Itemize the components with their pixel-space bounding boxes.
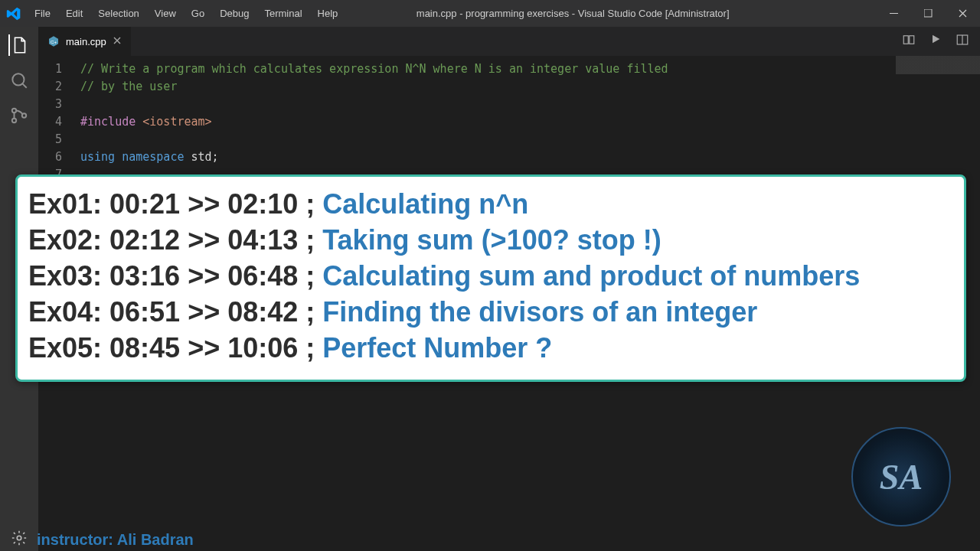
minimize-button[interactable] <box>877 0 911 27</box>
svg-point-10 <box>17 536 21 540</box>
menu-help[interactable]: Help <box>310 3 346 24</box>
menu-view[interactable]: View <box>147 3 184 24</box>
menu-go[interactable]: Go <box>184 3 212 24</box>
svg-text:C+: C+ <box>51 40 57 44</box>
menu-selection[interactable]: Selection <box>90 3 146 24</box>
tab-main-cpp[interactable]: C+ main.cpp <box>38 27 132 56</box>
split-editor-icon[interactable] <box>956 33 969 50</box>
menu-edit[interactable]: Edit <box>58 3 90 24</box>
chapter-row: Ex02: 02:12 >> 04:13 ; Taking sum (>100?… <box>28 222 953 258</box>
chapter-row: Ex04: 06:51 >> 08:42 ; Finding the divis… <box>28 294 953 330</box>
line-number: 4 <box>38 113 80 131</box>
tab-bar: C+ main.cpp <box>38 27 980 56</box>
close-tab-icon[interactable] <box>113 36 122 47</box>
line-number: 6 <box>38 148 80 166</box>
menu-file[interactable]: File <box>27 3 58 24</box>
cpp-file-icon: C+ <box>47 35 60 47</box>
run-icon[interactable] <box>929 33 942 50</box>
line-number: 1 <box>38 60 80 78</box>
svg-point-4 <box>12 119 16 122</box>
svg-point-2 <box>12 73 24 85</box>
line-number: 3 <box>38 96 80 113</box>
chapter-row: Ex05: 08:45 >> 10:06 ; Perfect Number ? <box>28 330 953 366</box>
menu-bar: File Edit Selection View Go Debug Termin… <box>27 3 345 24</box>
menu-terminal[interactable]: Terminal <box>256 3 309 24</box>
bottom-bar: instructor: Ali Badran <box>0 528 980 551</box>
channel-logo: SA <box>851 427 951 527</box>
svg-rect-8 <box>910 36 914 44</box>
search-icon[interactable] <box>8 70 30 91</box>
menu-debug[interactable]: Debug <box>212 3 256 24</box>
settings-gear-icon[interactable] <box>11 530 28 549</box>
svg-rect-7 <box>903 36 908 44</box>
line-number: 2 <box>38 78 80 96</box>
window-controls <box>877 0 980 27</box>
svg-point-5 <box>22 113 26 117</box>
tab-actions <box>902 33 980 50</box>
tab-label: main.cpp <box>66 36 106 47</box>
code-line: #include <iostream> <box>80 113 212 131</box>
explorer-icon[interactable] <box>8 34 30 56</box>
code-line: // Write a program which calculates expr… <box>80 60 668 78</box>
svg-point-3 <box>12 109 16 112</box>
compare-icon[interactable] <box>902 33 916 50</box>
maximize-button[interactable] <box>911 0 946 27</box>
code-line: // by the user <box>80 78 177 96</box>
close-button[interactable] <box>946 0 980 27</box>
chapters-overlay: Ex01: 00:21 >> 02:10 ; Calculating n^n E… <box>15 174 966 382</box>
instructor-label: instructor: Ali Badran <box>37 531 194 549</box>
line-number: 5 <box>38 131 80 148</box>
source-control-icon[interactable] <box>8 105 30 126</box>
minimap[interactable] <box>896 56 980 148</box>
chapter-row: Ex01: 00:21 >> 02:10 ; Calculating n^n <box>28 186 953 222</box>
svg-rect-0 <box>890 13 898 14</box>
title-bar: File Edit Selection View Go Debug Termin… <box>0 0 980 27</box>
vscode-logo-icon <box>0 6 27 21</box>
code-line: using namespace std; <box>80 148 219 166</box>
chapter-row: Ex03: 03:16 >> 06:48 ; Calculating sum a… <box>28 258 953 294</box>
window-title: main.cpp - programming exercises - Visua… <box>345 8 877 19</box>
svg-rect-1 <box>924 9 932 17</box>
